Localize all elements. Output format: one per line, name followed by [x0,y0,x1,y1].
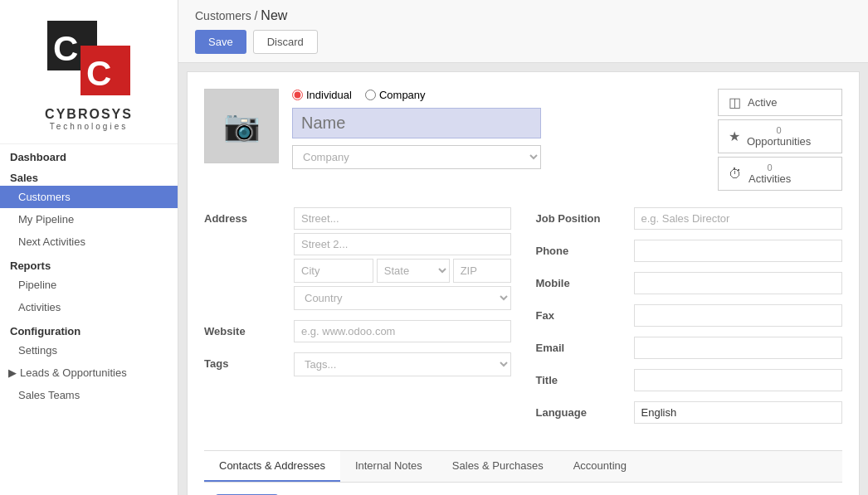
tab-accounting[interactable]: Accounting [558,451,641,482]
breadcrumb-parent[interactable]: Customers [195,9,251,22]
email-row: Email [536,337,843,359]
tab-internal-notes[interactable]: Internal Notes [340,451,437,482]
photo-placeholder[interactable]: 📷 [204,89,279,163]
nav-section-reports: Reports Pipeline Activities [0,253,178,318]
discard-button[interactable]: Discard [253,30,318,54]
tab-contacts-addresses[interactable]: Contacts & Addresses [204,451,340,482]
save-button[interactable]: Save [195,30,246,54]
sidebar-item-pipeline[interactable]: Pipeline [0,274,178,296]
brand-sub: Technologies [12,122,165,131]
sidebar-item-settings[interactable]: Settings [0,339,178,362]
street-input[interactable] [294,207,511,230]
sidebar-item-my-pipeline[interactable]: My Pipeline [0,208,178,231]
radio-company[interactable]: Company [365,89,426,101]
radio-row: Individual Company [292,89,705,101]
form-area: 📷 Individual Company [178,63,868,495]
email-label: Email [536,337,627,354]
arrow-icon: ▶ [8,366,17,379]
nav-section-configuration: Configuration Settings ▶ Leads & Opportu… [0,318,178,406]
job-position-input[interactable] [634,207,843,230]
language-value[interactable]: English [634,401,843,424]
street2-input[interactable] [294,233,511,255]
website-label: Website [204,320,287,337]
zip-input[interactable] [453,259,511,283]
city-row: State [294,259,511,283]
phone-row: Phone [536,240,843,262]
active-icon: ◫ [729,95,741,110]
sidebar-item-sales-teams[interactable]: Sales Teams [0,384,178,406]
language-label: Language [536,401,627,419]
tags-field-row: Tags Tags... [204,352,511,376]
website-field-row: Website [204,320,511,342]
star-icon: ★ [729,129,740,144]
nav-title-configuration[interactable]: Configuration [0,318,178,339]
svg-text:C: C [53,29,78,68]
breadcrumb-current: New [261,8,287,22]
sidebar-item-customers[interactable]: Customers [0,186,178,208]
form-right: Job Position Phone Mobile Fax [536,207,843,434]
fax-input[interactable] [634,304,843,327]
website-inputs [294,320,511,342]
title-input[interactable] [634,369,843,391]
nav-section-sales: Sales Customers My Pipeline Next Activit… [0,165,178,253]
sidebar: C C CYBROSYS Technologies Dashboard Sale… [0,0,178,495]
tab-content: Create [204,483,842,495]
website-input[interactable] [294,320,511,342]
fax-row: Fax [536,304,843,327]
brand-name: CYBROSYS [12,107,165,122]
nav-title-reports[interactable]: Reports [0,253,178,274]
sidebar-item-activities[interactable]: Activities [0,296,178,318]
address-inputs: State Country [294,207,511,310]
nav-section-dashboard: Dashboard [0,144,178,165]
company-select[interactable]: Company [292,145,541,169]
tab-bar: Contacts & Addresses Internal Notes Sale… [204,451,842,483]
sidebar-item-leads-opportunities[interactable]: ▶ Leads & Opportunities [0,362,178,384]
form-tabs: Contacts & Addresses Internal Notes Sale… [204,450,842,495]
radio-individual[interactable]: Individual [292,89,352,101]
state-select[interactable]: State [377,259,450,283]
phone-input[interactable] [634,240,843,262]
toolbar: Save Discard [195,30,851,54]
country-select[interactable]: Country [294,286,511,310]
active-button[interactable]: ◫ Active [718,89,842,116]
form-left: Address State [204,207,511,434]
form-card: 📷 Individual Company [187,71,860,495]
mobile-input[interactable] [634,272,843,294]
tab-sales-purchases[interactable]: Sales & Purchases [437,451,558,482]
logo: C C [43,12,134,104]
city-input[interactable] [294,259,373,283]
form-top: 📷 Individual Company [204,89,842,191]
language-row: Language English [536,401,843,424]
nav-title-sales[interactable]: Sales [0,165,178,186]
breadcrumb: Customers / New [195,8,851,23]
sidebar-item-next-activities[interactable]: Next Activities [0,231,178,253]
logo-area: C C CYBROSYS Technologies [0,0,178,144]
mobile-label: Mobile [536,272,627,289]
title-row: Title [536,369,843,391]
topbar: Customers / New Save Discard [178,0,868,63]
svg-text:C: C [86,54,111,93]
email-input[interactable] [634,337,843,359]
main-area: Customers / New Save Discard 📷 Individ [178,0,868,495]
name-input[interactable] [292,108,541,138]
camera-icon: 📷 [223,109,261,143]
address-field-row: Address State [204,207,511,310]
mobile-row: Mobile [536,272,843,294]
form-body: Address State [204,207,842,434]
title-label: Title [536,369,627,386]
activities-button[interactable]: ⏱ 0 Activities [718,157,842,191]
opportunities-button[interactable]: ★ 0 Opportunities [718,119,842,153]
tags-label: Tags [204,352,287,370]
clock-icon: ⏱ [729,167,742,182]
fax-label: Fax [536,304,627,322]
name-section: Individual Company Company [292,89,705,169]
nav-title-dashboard[interactable]: Dashboard [0,144,178,165]
tags-select[interactable]: Tags... [294,352,511,376]
tags-inputs: Tags... [294,352,511,376]
phone-label: Phone [536,240,627,257]
job-position-label: Job Position [536,207,627,225]
job-position-row: Job Position [536,207,843,230]
action-buttons: ◫ Active ★ 0 Opportunities ⏱ 0 [718,89,842,191]
address-label: Address [204,207,287,225]
